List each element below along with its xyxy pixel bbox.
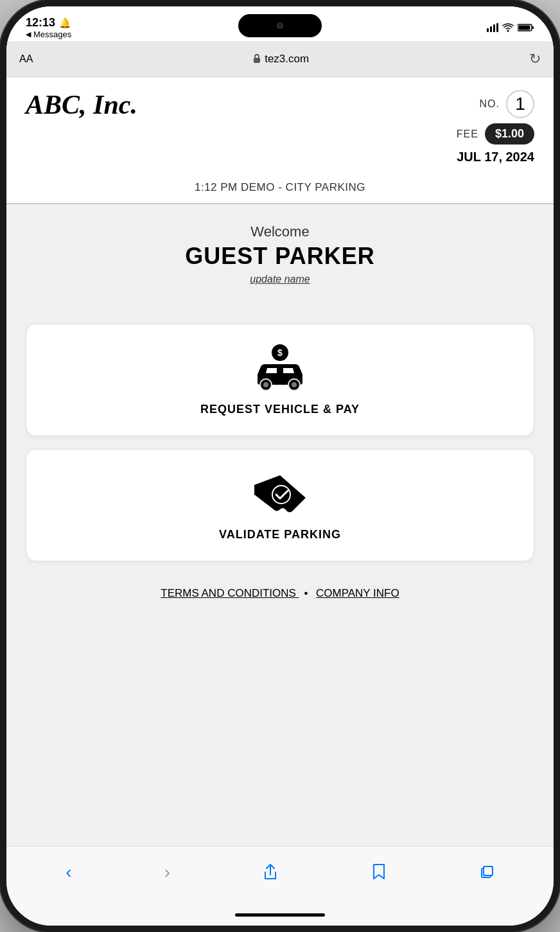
no-badge: 1	[506, 90, 534, 118]
messages-label: Messages	[26, 30, 71, 39]
welcome-text: Welcome	[19, 224, 541, 240]
forward-button[interactable]: ›	[164, 862, 170, 883]
fee-value: $1.00	[495, 127, 524, 140]
validate-parking-card[interactable]: VALIDATE PARKING	[26, 449, 534, 561]
back-button[interactable]: ‹	[66, 862, 71, 883]
validate-parking-label: VALIDATE PARKING	[219, 528, 341, 541]
actions-section: $ REQUEST VEHICLE & PAY	[6, 298, 554, 574]
address-bar: AA tez3.com ↻	[6, 41, 554, 77]
browser-nav: ‹ ›	[6, 846, 554, 904]
aa-text[interactable]: AA	[19, 53, 33, 65]
scrollable-content: ABC, Inc. NO. 1 FEE $1.00	[6, 77, 554, 846]
url-text: tez3.com	[265, 53, 309, 66]
status-icons	[487, 23, 534, 32]
car-pay-icon: $	[248, 344, 312, 395]
time-text: 12:13	[26, 16, 55, 30]
ticket-icon	[248, 469, 312, 520]
svg-point-13	[292, 382, 297, 387]
lock-icon	[253, 54, 261, 64]
status-time: 12:13 🔔	[26, 16, 71, 30]
no-row: NO. 1	[480, 90, 534, 118]
bell-icon: 🔔	[59, 17, 71, 29]
svg-point-11	[263, 382, 268, 387]
no-label: NO.	[480, 98, 500, 110]
home-indicator	[6, 904, 554, 926]
bookmarks-button[interactable]	[371, 863, 387, 881]
signal-icon	[487, 23, 498, 32]
fee-label: FEE	[457, 128, 478, 140]
svg-rect-7	[254, 58, 260, 63]
wifi-icon	[502, 23, 514, 32]
tabs-button[interactable]	[479, 865, 494, 880]
guest-name: GUEST PARKER	[19, 243, 541, 270]
header-section: ABC, Inc. NO. 1 FEE $1.00	[6, 77, 554, 204]
logo-area: ABC, Inc.	[26, 90, 457, 119]
request-vehicle-pay-label: REQUEST VEHICLE & PAY	[200, 403, 360, 416]
svg-rect-6	[519, 26, 530, 30]
header-right: NO. 1 FEE $1.00 JUL 17, 2024	[457, 90, 534, 170]
svg-rect-0	[487, 28, 489, 32]
welcome-section: Welcome GUEST PARKER update name	[6, 204, 554, 298]
svg-rect-1	[490, 26, 492, 32]
svg-rect-16	[484, 866, 493, 875]
fee-badge: $1.00	[485, 123, 534, 145]
footer-links: TERMS AND CONDITIONS • COMPANY INFO	[6, 574, 554, 619]
footer-separator: •	[304, 587, 308, 599]
refresh-button[interactable]: ↻	[529, 51, 541, 67]
terms-and-conditions-link[interactable]: TERMS AND CONDITIONS	[161, 587, 299, 599]
svg-rect-3	[496, 23, 498, 32]
fee-row: FEE $1.00	[457, 123, 534, 145]
camera-dot	[277, 22, 283, 29]
update-name-link[interactable]: update name	[250, 274, 310, 285]
no-value: 1	[515, 94, 525, 114]
company-info-link[interactable]: COMPANY INFO	[316, 587, 399, 599]
battery-icon	[518, 23, 534, 32]
dynamic-island	[238, 14, 322, 37]
request-vehicle-pay-card[interactable]: $ REQUEST VEHICLE & PAY	[26, 324, 534, 436]
url-bar[interactable]: tez3.com	[43, 53, 519, 66]
share-icon	[263, 863, 278, 881]
svg-rect-2	[493, 24, 495, 32]
phone-frame: 12:13 🔔 Messages	[0, 0, 560, 932]
status-bar: 12:13 🔔 Messages	[6, 6, 554, 41]
home-bar	[235, 913, 325, 917]
bookmarks-icon	[371, 863, 387, 881]
share-button[interactable]	[263, 863, 278, 881]
tabs-icon	[479, 865, 494, 880]
logo-text: ABC, Inc.	[26, 90, 457, 119]
time-location: 1:12 PM DEMO - CITY PARKING	[26, 175, 534, 203]
svg-text:$: $	[277, 347, 283, 358]
svg-rect-5	[532, 26, 534, 29]
svg-point-14	[272, 486, 290, 504]
header-date: JUL 17, 2024	[457, 150, 534, 164]
